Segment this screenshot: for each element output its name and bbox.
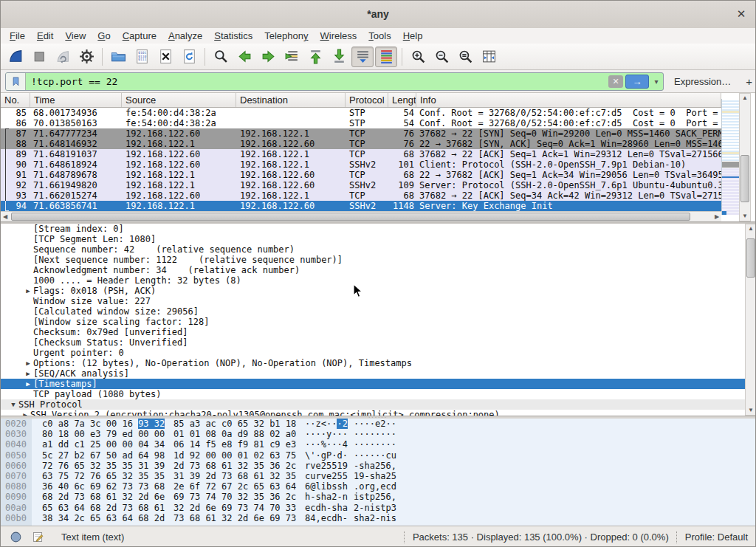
scroll-up-arrow-icon[interactable]: ▲ [740, 94, 750, 103]
menu-analyze[interactable]: Analyze [162, 29, 208, 43]
menu-edit[interactable]: Edit [31, 29, 59, 43]
scroll-up-arrow-icon[interactable]: ▲ [746, 224, 756, 233]
tree-collapsed-icon[interactable]: ▶ [23, 368, 33, 379]
packet-list-hscrollbar[interactable]: ◀ ▶ [1, 211, 721, 221]
packet-list-minimap[interactable] [721, 99, 740, 215]
auto-scroll-button[interactable] [351, 47, 374, 67]
filter-dropdown-caret-icon[interactable]: ▾ [651, 78, 662, 86]
menu-telephony[interactable]: Telephony [258, 29, 314, 43]
colorize-button[interactable] [375, 47, 397, 67]
tree-collapsed-icon[interactable]: ▶ [23, 286, 33, 296]
detail-line[interactable]: 1000 .... = Header Length: 32 bytes (8) [1, 275, 755, 286]
hex-row[interactable]: 003080 18 00 e3 79 ed 00 0001 01 08 0a d… [1, 429, 755, 439]
go-back-button[interactable] [233, 47, 255, 67]
menu-wireless[interactable]: Wireless [315, 29, 363, 43]
detail-line[interactable]: Urgent pointer: 0 [1, 348, 755, 358]
detail-line[interactable]: ▶Options: (12 bytes), No-Operation (NOP)… [1, 358, 755, 368]
scroll-thumb[interactable] [11, 213, 690, 221]
detail-line[interactable]: TCP payload (1080 bytes) [1, 389, 755, 399]
detail-line[interactable]: [Checksum Status: Unverified] [1, 337, 755, 348]
column-header-info[interactable]: Info [416, 93, 721, 107]
scroll-thumb[interactable] [746, 238, 755, 278]
filter-clear-icon[interactable]: ✕ [608, 75, 623, 88]
go-to-packet-button[interactable] [281, 47, 303, 67]
detail-line[interactable]: [TCP Segment Len: 1080] [1, 234, 755, 244]
packet-row[interactable]: 8771.647777234192.168.122.60192.168.122.… [1, 128, 721, 139]
hex-row[interactable]: 00a065 63 64 68 2d 73 68 6132 2d 6e 69 7… [1, 503, 755, 513]
scroll-track[interactable] [10, 212, 712, 221]
find-packet-button[interactable] [210, 47, 232, 67]
tree-collapsed-icon[interactable]: ▶ [20, 410, 30, 416]
resize-columns-button[interactable] [478, 47, 500, 67]
detail-line[interactable]: ▶Flags: 0x018 (PSH, ACK) [1, 286, 755, 296]
scroll-track[interactable] [746, 233, 756, 406]
scroll-track[interactable] [740, 103, 750, 212]
detail-line[interactable]: [Stream index: 0] [1, 224, 755, 234]
menu-statistics[interactable]: Statistics [208, 29, 258, 43]
filter-add-button[interactable]: + [746, 75, 752, 88]
reload-file-button[interactable] [178, 47, 200, 67]
hex-row[interactable]: 009068 2d 73 68 61 32 2d 6e69 73 74 70 3… [1, 492, 755, 502]
display-filter-field[interactable]: !tcp.port == 22 ✕ → ▾ [5, 72, 664, 91]
hex-row[interactable]: 007063 75 72 76 65 32 35 3531 39 2d 73 6… [1, 471, 755, 481]
tree-collapsed-icon[interactable]: ▶ [23, 358, 33, 368]
packet-row[interactable]: 8971.648191037192.168.122.60192.168.122.… [1, 149, 721, 159]
hex-row[interactable]: 008036 40 6c 69 62 73 73 682e 6f 72 67 2… [1, 481, 755, 492]
menu-file[interactable]: File [4, 29, 31, 43]
scroll-down-arrow-icon[interactable]: ▼ [740, 212, 750, 221]
detail-line[interactable]: Checksum: 0x79ed [unverified] [1, 327, 755, 337]
status-profile[interactable]: Profile: Default [685, 531, 748, 543]
capture-options-button[interactable] [75, 47, 97, 67]
hex-row[interactable]: 006072 76 65 32 35 35 31 392d 73 68 61 3… [1, 461, 755, 471]
menu-tools[interactable]: Tools [362, 29, 396, 43]
column-header-no[interactable]: No. [1, 93, 30, 107]
packet-bytes-pane[interactable]: 0020c0 a8 7a 3c 00 16 93 3285 a3 ac c0 6… [1, 419, 755, 526]
menu-go[interactable]: Go [92, 29, 116, 43]
capture-comment-icon[interactable] [30, 530, 45, 545]
packet-row[interactable]: 8568.001734936fe:54:00:d4:38:2aSTP54Conf… [1, 108, 721, 118]
go-top-button[interactable] [304, 47, 326, 67]
close-file-button[interactable] [154, 47, 176, 67]
zoom-original-button[interactable] [454, 47, 476, 67]
detail-line[interactable]: [Calculated window size: 29056] [1, 306, 755, 317]
column-header-time[interactable]: Time [30, 93, 122, 107]
packet-row[interactable]: 9371.662015274192.168.122.60192.168.122.… [1, 190, 721, 201]
window-close-button[interactable]: ✕ [735, 7, 748, 21]
column-header-protocol[interactable]: Protocol [346, 93, 388, 107]
stop-capture-button[interactable] [28, 47, 50, 67]
scroll-left-arrow-icon[interactable]: ◀ [1, 213, 10, 220]
detail-line[interactable]: ▶[SEQ/ACK analysis] [1, 368, 755, 379]
packet-row[interactable]: 9271.661949820192.168.122.1192.168.122.6… [1, 180, 721, 190]
scroll-thumb[interactable] [740, 155, 749, 202]
detail-line[interactable]: Sequence number: 42 (relative sequence n… [1, 244, 755, 255]
zoom-out-button[interactable] [430, 47, 453, 67]
hex-row[interactable]: 00b038 34 2c 65 63 64 68 2d73 68 61 32 2… [1, 513, 755, 523]
packet-row[interactable]: 9071.648618924192.168.122.60192.168.122.… [1, 159, 721, 170]
detail-line[interactable]: Acknowledgment number: 34 (relative ack … [1, 265, 755, 275]
hex-row[interactable]: 00505c 27 b2 67 50 ad 64 981d 92 00 00 0… [1, 450, 755, 461]
start-capture-button[interactable] [4, 47, 27, 67]
go-bottom-button[interactable] [328, 47, 350, 67]
packet-row[interactable]: 8670.013850163fe:54:00:d4:38:2aSTP54Conf… [1, 118, 721, 128]
menu-view[interactable]: View [59, 29, 92, 43]
packet-row[interactable]: 9171.648789678192.168.122.1192.168.122.6… [1, 170, 721, 180]
restart-capture-button[interactable] [52, 47, 74, 67]
open-file-button[interactable] [107, 47, 129, 67]
detail-line[interactable]: ▶[Timestamps] [1, 379, 755, 389]
detail-line[interactable]: [Window size scaling factor: 128] [1, 317, 755, 327]
expert-info-icon[interactable] [8, 530, 23, 545]
filter-apply-icon[interactable]: → [625, 75, 649, 89]
expression-button[interactable]: Expression… [674, 76, 731, 87]
menu-help[interactable]: Help [397, 29, 429, 43]
details-vscrollbar[interactable]: ▲ ▼ [745, 224, 756, 416]
detail-line[interactable]: Window size value: 227 [1, 296, 755, 306]
go-forward-button[interactable] [257, 47, 279, 67]
save-file-button[interactable]: 010101100111 [131, 47, 153, 67]
hex-row[interactable]: 0020c0 a8 7a 3c 00 16 93 3285 a3 ac c0 6… [1, 419, 755, 429]
zoom-in-button[interactable] [407, 47, 429, 67]
filter-input[interactable]: !tcp.port == 22 [26, 76, 608, 87]
hex-row[interactable]: 0040a1 dd c1 25 00 00 04 3406 14 f5 e8 f… [1, 439, 755, 450]
column-header-source[interactable]: Source [122, 93, 236, 107]
packet-row[interactable]: 8871.648146932192.168.122.1192.168.122.6… [1, 139, 721, 149]
scroll-right-arrow-icon[interactable]: ▶ [712, 213, 721, 220]
